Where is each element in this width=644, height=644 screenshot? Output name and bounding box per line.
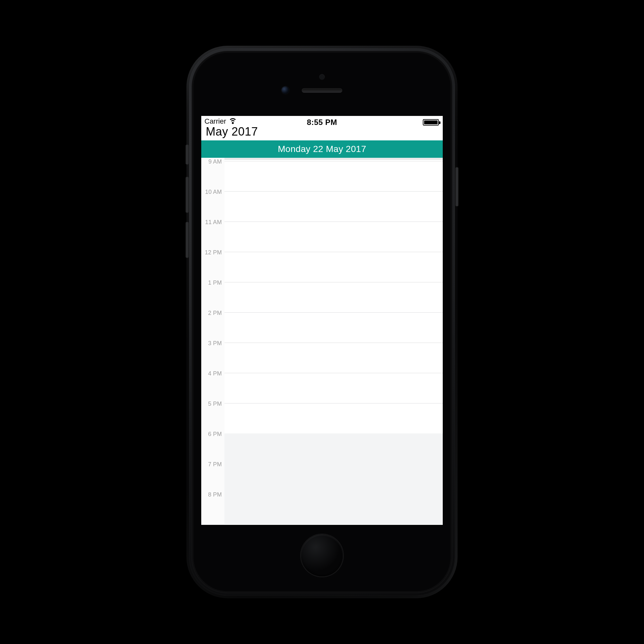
hour-row[interactable]: 9 AM — [201, 161, 443, 191]
work-hours-slot-bg — [224, 373, 443, 403]
hour-label: 11 AM — [201, 219, 222, 226]
work-hours-slot-bg — [224, 403, 443, 433]
hour-label: 9 AM — [201, 158, 222, 165]
power-button[interactable] — [456, 167, 458, 206]
hour-label: 2 PM — [201, 310, 222, 317]
screen: Carrier 8:55 PM May 2017 Monday 22 May 2… — [201, 116, 443, 525]
off-hours-slot-bg — [224, 433, 443, 464]
hour-rows: 9 AM10 AM11 AM12 PM1 PM2 PM3 PM4 PM5 PM6… — [201, 158, 443, 525]
work-hours-slot-bg — [224, 343, 443, 373]
battery-fill — [424, 120, 438, 124]
phone-frame: Carrier 8:55 PM May 2017 Monday 22 May 2… — [189, 48, 455, 596]
work-hours-slot-bg — [224, 252, 443, 282]
hour-row[interactable]: 10 AM — [201, 191, 443, 222]
hour-label: 4 PM — [201, 370, 222, 377]
off-hours-slot-bg — [224, 464, 443, 494]
earpiece-speaker-icon — [302, 88, 342, 93]
hour-label: 8 PM — [201, 491, 222, 498]
hour-label: 5 PM — [201, 401, 222, 407]
work-hours-slot-bg — [224, 222, 443, 252]
date-header-text: Monday 22 May 2017 — [278, 144, 366, 154]
hour-row[interactable]: 8 PM — [201, 494, 443, 524]
hour-label: 7 PM — [201, 461, 222, 468]
front-camera-icon — [281, 86, 289, 94]
hour-row[interactable]: 3 PM — [201, 343, 443, 373]
home-button[interactable] — [301, 535, 343, 576]
hour-row[interactable]: 12 PM — [201, 252, 443, 282]
hour-row[interactable]: 2 PM — [201, 312, 443, 343]
hour-row[interactable]: 1 PM — [201, 282, 443, 312]
volume-down[interactable] — [186, 222, 188, 258]
stage: Carrier 8:55 PM May 2017 Monday 22 May 2… — [0, 0, 644, 644]
hour-label: 3 PM — [201, 340, 222, 347]
battery-icon — [423, 119, 439, 126]
hour-label: 10 AM — [201, 189, 222, 195]
date-header-bar[interactable]: Monday 22 May 2017 — [201, 140, 443, 158]
work-hours-slot-bg — [224, 282, 443, 312]
hour-row[interactable]: 4 PM — [201, 373, 443, 403]
statusbar-left: Carrier — [204, 117, 237, 126]
hour-row[interactable]: 7 PM — [201, 464, 443, 494]
day-schedule[interactable]: 9 AM10 AM11 AM12 PM1 PM2 PM3 PM4 PM5 PM6… — [201, 158, 443, 525]
hour-row[interactable]: 11 AM — [201, 222, 443, 252]
hour-row[interactable]: 5 PM — [201, 403, 443, 433]
work-hours-slot-bg — [224, 161, 443, 191]
month-title[interactable]: May 2017 — [201, 125, 443, 140]
volume-up[interactable] — [186, 177, 188, 213]
work-hours-slot-bg — [224, 191, 443, 222]
hour-label: 1 PM — [201, 279, 222, 286]
hour-row[interactable]: 6 PM — [201, 433, 443, 464]
wifi-icon — [229, 118, 237, 125]
work-hours-slot-bg — [224, 312, 443, 343]
off-hours-slot-bg — [224, 494, 443, 524]
carrier-label: Carrier — [204, 117, 226, 126]
hour-label: 6 PM — [201, 431, 222, 438]
mute-switch[interactable] — [186, 145, 188, 164]
hour-label: 12 PM — [201, 249, 222, 256]
proximity-sensor-icon — [319, 74, 325, 80]
